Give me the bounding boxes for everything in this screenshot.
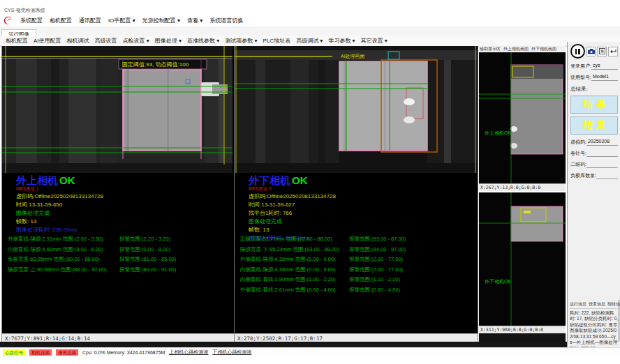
pin-row: 卷针号:	[570, 150, 618, 157]
return-arrow-icon	[610, 49, 617, 54]
left-barcode: 虚拟码:Offline20250208133134728	[16, 192, 231, 201]
toolbar-learning-params[interactable]: 学习参数 ▾	[328, 37, 355, 45]
barcode-value: 20250208	[586, 139, 618, 146]
toolbar-other-settings[interactable]: 其它设置 ▾	[361, 37, 388, 45]
alarm-range: 报警范围:(89.00 - 91.00)	[119, 266, 176, 273]
aux-tab-strip: 辅助显示区 外上相机画面 外下相机画面	[479, 46, 566, 52]
mid-camera-image[interactable]: AI处理画面	[235, 46, 477, 173]
login-user-value: cys	[591, 63, 618, 70]
alarm-range: 报警范围:(2.00 - 77.00)	[349, 266, 403, 273]
toolbar-ai-config[interactable]: AI使用配置	[34, 37, 61, 45]
menu-item-language-switch[interactable]: 系统语言切换	[209, 17, 243, 24]
aux-thumbnail-upper[interactable]: 外上相机OK	[479, 52, 566, 183]
aux-thumbnail-lower-coordinates: X:311;Y:980;R:0;G:0;B:0	[479, 326, 566, 333]
barcode-row: 虚拟码: 20250208	[570, 139, 618, 146]
measurement-row: 内侧直线-隔膜:4.38mm 范围:(0.00 - 9.00) 报警范围:(2.…	[235, 266, 478, 277]
toolbar-baseline-params[interactable]: 基准线参数 ▾	[187, 37, 219, 45]
mid-result-block: 外下相机OK MES发送:0 虚拟码:Offline20250208133134…	[249, 174, 475, 243]
alarm-range: 报警范围:(1.10 - 2.10)	[349, 276, 400, 283]
result-box-upper: 结果	[570, 96, 618, 114]
measurement-value: 正极宽度:83.77mm 范围:(82.00 - 88.00)	[240, 236, 332, 243]
toolbar-image-processing[interactable]: 图像处理 ▾	[155, 37, 182, 45]
info-tab-strip: 运行信息 设置信息 报错信息	[570, 301, 618, 309]
menu-bar: 系统配置 相机配置 通讯配置 IO手配置 ▾ 光源控制配置 ▾ 查看 ▾ 系统语…	[0, 14, 620, 26]
menu-item-system-config[interactable]: 系统配置	[20, 17, 43, 24]
app-logo-icon	[3, 15, 13, 26]
tab-settings-info[interactable]: 设置信息	[589, 301, 605, 308]
measurement-row: 隔膜宽度-上:90.56mm 范围:(88.00 - 92.00) 报警范围:(…	[2, 266, 234, 277]
alarm-range: 报警范围:(0.60 - 4.00)	[349, 287, 400, 294]
tab-aux-display[interactable]: 辅助显示区	[480, 46, 501, 52]
measurement-value: 隔膜宽度-上:90.56mm 范围:(88.00 - 92.00)	[8, 266, 107, 273]
app-window: CYS-视觉检测系统 系统配置 相机配置 通讯配置 IO手配置 ▾ 光源控制配置…	[0, 0, 620, 364]
toolbar-camera-debug[interactable]: 相机调试	[67, 37, 89, 45]
snapshot-button[interactable]	[597, 47, 607, 56]
left-camera-image[interactable]: 固定阈值:93, 动态阈值:100	[2, 46, 232, 173]
menu-item-comm-config[interactable]: 通讯配置	[79, 17, 101, 24]
aux-column-filler	[479, 333, 566, 342]
toolbar-camera-config[interactable]: 相机配置	[6, 37, 28, 45]
toolbar-plc-table[interactable]: PLC地址表	[263, 37, 291, 45]
aux-thumbnail-upper-image: 外上相机OK	[479, 52, 566, 183]
left-status-ok: OK	[59, 174, 75, 186]
back-button[interactable]	[608, 47, 618, 56]
measurement-value: 内侧直线-隔膜:4.38mm 范围:(0.00 - 9.00)	[240, 266, 336, 273]
measurement-row: 外侧直线-隔膜:4.38mm 范围:(0.00 - 9.00) 报警范围:(2.…	[235, 256, 478, 266]
frame-icon	[599, 48, 605, 54]
barcode-label: 虚拟码:	[570, 139, 586, 146]
measurement-row: 外侧直线-直线:2.61mm 范围:(0.60 - 4.00) 报警范围:(0.…	[235, 287, 478, 297]
measurement-row: 正极宽度:83.77mm 范围:(82.00 - 88.00) 报警范围:(83…	[235, 236, 478, 246]
pause-button[interactable]	[570, 44, 585, 59]
alarm-range: 报警范围:(2.20 - 3.20)	[119, 236, 170, 243]
measurement-row: 外侧直线-隔膜:2.91mm 范围:(2.00 - 3.50) 报警范围:(2.…	[2, 236, 234, 246]
mid-process-done: 图像处理完成	[249, 218, 475, 226]
info-section: 运行信息 设置信息 报错信息 耗时: 222, 缺陷检测耗时: 17, 缺陷分类…	[570, 301, 618, 352]
menu-item-io-config[interactable]: IO手配置 ▾	[108, 17, 135, 24]
anode-count-value	[596, 172, 618, 179]
cpu-memory-status: Cpu: 0.0% Memory: 3424.41796875M	[82, 350, 165, 355]
aux-thumbnail-lower-image: 外下相机OK	[479, 192, 566, 326]
upper-camera-heartbeat-link[interactable]: 上相机心跳检测读	[169, 349, 208, 356]
aux-thumbnail-upper-status: 外上相机OK	[485, 130, 511, 136]
left-pixel-coordinates: X:7677;Y:891;R:14;G:14;B:14	[2, 333, 234, 342]
left-camera-panel: 固定阈值:93, 动态阈值:100 外上相机OK MES发送:1 虚拟码:Off…	[1, 46, 235, 342]
mid-camera-panel: AI处理画面 外下相机OK MES发送:0 虚拟码:Offline2025020…	[235, 46, 478, 342]
alarm-range: 报警范围:(94.00 - 97.00)	[349, 246, 406, 253]
tab-run-info[interactable]: 运行信息	[570, 301, 586, 308]
left-frame-count: 帧数: 13	[16, 218, 231, 226]
toolbar-spot-check[interactable]: 点检设置 ▾	[123, 37, 149, 45]
measurement-row: 内侧直线-直线:1.90mm 范围:(1.00 - 2.20) 报警范围:(1.…	[235, 276, 478, 287]
measurement-value: 内侧直线-直线:1.90mm 范围:(1.00 - 2.20)	[240, 276, 336, 283]
model-row: 使用型号: Model1	[570, 74, 618, 81]
pin-value	[586, 150, 618, 157]
aux-thumbnail-lower[interactable]: 外下相机OK	[479, 192, 566, 326]
mid-status-ok: OK	[292, 174, 308, 186]
mid-barcode: 虚拟码:Offline20250208133134728	[249, 192, 475, 201]
qr-row: 二维码:	[570, 161, 618, 168]
menu-item-light-config[interactable]: 光源控制配置 ▾	[142, 17, 180, 24]
mid-frame-count: 帧数: 13	[249, 226, 475, 234]
lower-camera-heartbeat-link[interactable]: 下相机心跳检测读	[212, 349, 251, 356]
menu-item-view[interactable]: 查看 ▾	[187, 17, 202, 24]
measurement-value: 负极宽度:83.05mm 范围:(80.00 - 86.00)	[8, 256, 100, 263]
aux-thumbnail-upper-coordinates: X:267;Y:13;R:0;G:0;B:0	[479, 183, 566, 191]
toolbar-advanced-debug[interactable]: 高级调试 ▾	[296, 37, 323, 45]
measurement-value: 隔膜宽度-下:95.24mm 范围:(93.00 - 98.00)	[240, 246, 339, 253]
camera-button[interactable]	[586, 47, 596, 56]
left-process-time: 图像处理耗时: 256.00ms	[16, 226, 231, 234]
left-camera-title: 外上相机	[16, 174, 58, 186]
toolbar: 相机配置 AI使用配置 相机调试 高级设置 点检设置 ▾ 图像处理 ▾ 基准线参…	[0, 36, 620, 47]
menu-item-camera-config[interactable]: 相机配置	[50, 17, 72, 24]
left-process-done: 图像处理完成	[16, 209, 231, 218]
toolbar-advanced-settings[interactable]: 高级设置	[95, 37, 117, 45]
anode-count-row: 负极库数量:	[570, 172, 618, 179]
camera-connection-badge: 相机连接	[29, 349, 52, 356]
toolbar-test-params[interactable]: 测试项参数 ▾	[225, 37, 257, 45]
mid-pixel-coordinates: X:270;Y:2502;R:17;G:17;B:17	[235, 333, 478, 342]
total-result-label: 总结果:	[570, 86, 618, 93]
tab-upper-camera-view[interactable]: 外上相机画面	[503, 46, 529, 52]
tab-lower-camera-view[interactable]: 外下相机画面	[531, 46, 556, 52]
alarm-range: 报警范围:(81.00 - 85.00)	[119, 256, 176, 263]
login-user-label: 登录用户:	[570, 63, 591, 70]
tab-error-info[interactable]: 报错信息	[607, 301, 620, 308]
